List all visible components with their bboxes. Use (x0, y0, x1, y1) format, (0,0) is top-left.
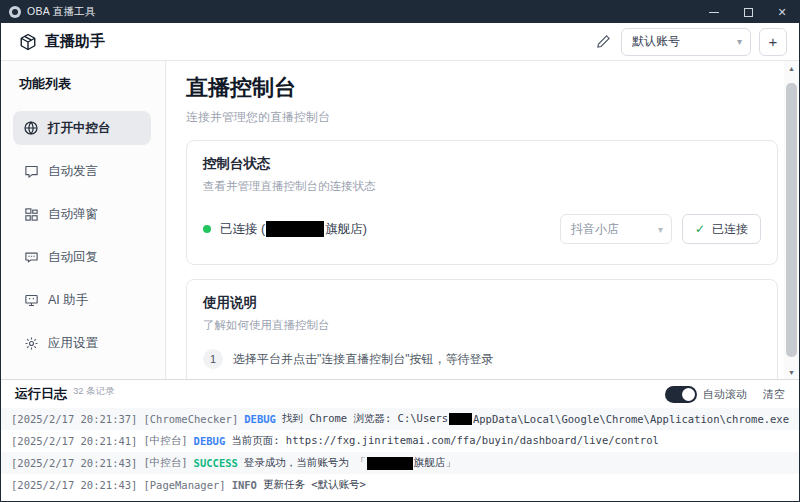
status-card-description: 查看并管理直播控制台的连接状态 (203, 179, 761, 194)
window-title: OBA 直播工具 (27, 5, 96, 19)
minimize-button[interactable] (697, 1, 731, 23)
autoscroll-toggle[interactable] (665, 386, 697, 403)
sidebar-item-label: 自动回复 (48, 249, 98, 266)
log-record-count: 32 条记录 (73, 385, 115, 398)
log-panel-title: 运行日志 (15, 385, 67, 403)
maximize-button[interactable] (731, 1, 765, 23)
page-subtitle: 连接并管理您的直播控制台 (186, 109, 778, 126)
globe-icon (23, 120, 39, 136)
chevron-down-icon: ▾ (737, 36, 742, 47)
sidebar-item-open-console[interactable]: 打开中控台 (13, 111, 151, 145)
sidebar-item-auto-popup[interactable]: 自动弹窗 (13, 197, 151, 231)
log-level-badge: INFO (232, 479, 257, 491)
log-panel: 运行日志 32 条记录 自动滚动 清空 [2025/2/17 20:21:37]… (1, 379, 799, 501)
log-line: [2025/2/17 20:21:37] [ChromeChecker] DEB… (1, 408, 799, 430)
log-lines: [2025/2/17 20:21:37] [ChromeChecker] DEB… (1, 408, 799, 501)
sidebar-item-auto-reply[interactable]: 自动回复 (13, 240, 151, 274)
app-header: 直播助手 默认账号 ▾ + (1, 23, 799, 61)
account-select[interactable]: 默认账号 ▾ (621, 28, 751, 56)
log-level-badge: DEBUG (194, 435, 226, 447)
scrollbar-thumb[interactable] (786, 83, 797, 357)
body: 功能列表 打开中控台 自动发言 自动弹窗 (1, 61, 799, 379)
reply-bubble-icon (23, 249, 39, 265)
sidebar-item-label: 打开中控台 (48, 120, 111, 137)
app-window: OBA 直播工具 ✕ 直播助手 默认账号 ▾ + 功能列表 (0, 0, 800, 502)
connection-status-text: 已连接 ( 旗舰店) (220, 221, 367, 238)
log-line: [2025/2/17 20:21:43] [中控台] SUCCESS 登录成功，… (1, 452, 799, 474)
instructions-card-title: 使用说明 (203, 294, 761, 312)
close-button[interactable]: ✕ (765, 1, 799, 23)
app-logo-icon (9, 6, 21, 18)
autoscroll-label: 自动滚动 (703, 387, 747, 402)
chevron-down-icon: ▾ (658, 224, 663, 235)
log-line: [2025/2/17 20:21:43] [PageManager] INFO … (1, 474, 799, 496)
instructions-card-description: 了解如何使用直播控制台 (203, 318, 761, 333)
edit-account-icon[interactable] (596, 34, 611, 49)
clear-log-button[interactable]: 清空 (763, 387, 785, 402)
instruction-step: 1 选择平台并点击"连接直播控制台"按钮，等待登录 (203, 349, 761, 369)
sidebar-item-ai-assistant[interactable]: AI 助手 (13, 283, 151, 317)
chat-bubble-icon (23, 163, 39, 179)
account-select-value: 默认账号 (632, 33, 737, 50)
sidebar: 功能列表 打开中控台 自动发言 自动弹窗 (1, 61, 166, 379)
sidebar-section-title: 功能列表 (19, 75, 155, 93)
page-title: 直播控制台 (186, 73, 778, 103)
console-status-card: 控制台状态 查看并管理直播控制台的连接状态 已连接 ( 旗舰店) 抖音小店 ▾ (186, 140, 778, 265)
status-card-title: 控制台状态 (203, 155, 761, 173)
gear-icon (23, 335, 39, 351)
status-green-dot (203, 225, 211, 233)
app-title: 直播助手 (45, 32, 105, 51)
vertical-scrollbar[interactable]: ▲ ▼ (784, 61, 799, 379)
platform-select-value: 抖音小店 (571, 221, 658, 238)
sidebar-item-label: AI 助手 (48, 292, 88, 309)
platform-select[interactable]: 抖音小店 ▾ (560, 214, 672, 244)
titlebar: OBA 直播工具 ✕ (1, 1, 799, 23)
redacted-account-name (367, 457, 413, 470)
popup-grid-icon (23, 206, 39, 222)
sidebar-item-label: 自动弹窗 (48, 206, 98, 223)
check-icon: ✓ (695, 222, 705, 236)
package-icon (19, 33, 37, 51)
log-panel-header: 运行日志 32 条记录 自动滚动 清空 (1, 380, 799, 408)
sidebar-item-label: 自动发言 (48, 163, 98, 180)
add-account-button[interactable]: + (759, 28, 787, 56)
scroll-up-arrow-icon[interactable]: ▲ (784, 61, 799, 75)
sidebar-item-auto-speak[interactable]: 自动发言 (13, 154, 151, 188)
sidebar-item-app-settings[interactable]: 应用设置 (13, 326, 151, 360)
sidebar-item-label: 应用设置 (48, 335, 98, 352)
redacted-username (449, 413, 472, 425)
connection-status-row: 已连接 ( 旗舰店) 抖音小店 ▾ ✓ 已连接 (203, 214, 761, 244)
log-level-badge: DEBUG (244, 413, 276, 425)
scroll-down-arrow-icon[interactable]: ▼ (784, 365, 799, 379)
main-content: 直播控制台 连接并管理您的直播控制台 控制台状态 查看并管理直播控制台的连接状态… (166, 61, 784, 379)
log-line: [2025/2/17 20:21:41] [中控台] DEBUG 当前页面: h… (1, 430, 799, 452)
monitor-icon (23, 292, 39, 308)
connect-console-button[interactable]: ✓ 已连接 (682, 214, 761, 244)
step-number-badge: 1 (203, 349, 223, 369)
log-level-badge: SUCCESS (194, 457, 238, 469)
redacted-shop-name (266, 221, 324, 237)
